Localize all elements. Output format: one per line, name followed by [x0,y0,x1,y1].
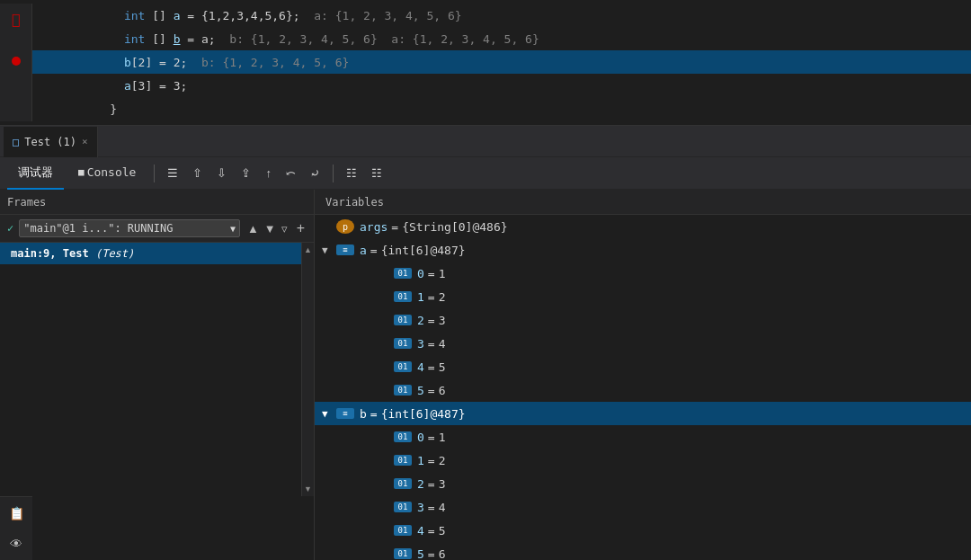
b0-equals: = [428,431,435,444]
b4-expand-arrow [379,525,394,537]
toolbar-btn-step-out[interactable]: ⇪ [236,163,256,183]
a3-value: 4 [439,337,446,351]
b0-expand-arrow [379,431,394,443]
b0-type-badge: 01 [394,431,412,442]
var-item-args[interactable]: p args = {String[0]@486} [315,215,971,238]
test-tab[interactable]: □ Test (1) × [4,126,98,157]
thread-dropdown-arrow: ▼ [230,224,236,234]
eye-icon-btn[interactable]: 👁 [4,531,29,556]
args-value: {String[0]@486} [402,220,507,234]
var-item-a-2[interactable]: 01 2 = 3 [315,308,971,332]
scroll-up-btn[interactable]: ▲ [304,243,313,257]
action-icon-bar: 📋 👁 [0,496,32,560]
b4-equals: = [428,524,435,538]
a3-expand-arrow [379,338,394,350]
debugger-label: 调试器 [18,164,53,181]
a-value: {int[6]@487} [381,244,466,257]
code-line-5: } [32,97,971,120]
a0-type-badge: 01 [394,268,412,279]
a2-value: 3 [439,314,446,327]
toolbar-btn-step-into[interactable]: ⇩ [211,163,232,183]
var-item-a-5[interactable]: 01 5 = 6 [315,378,971,402]
toolbar-btn-stop[interactable]: ⤾ [305,163,325,183]
a1-type-badge: 01 [394,291,412,302]
frames-panel: Frames ✓ "main"@1 i...": RUNNING ▼ ▲ ▼ ▿… [0,190,315,560]
thread-filter-btn[interactable]: ▿ [280,220,290,237]
var-item-b-0[interactable]: 01 0 = 1 [315,425,971,449]
thread-up-btn[interactable]: ▲ [245,220,261,237]
a5-name: 5 [417,384,424,397]
toolbar-btn-table[interactable]: ☷ [341,163,362,183]
toolbar-btn-step-over[interactable]: ⇧ [187,163,208,183]
code-line-content-5: } [32,89,971,127]
var-item-b-4[interactable]: 01 4 = 5 [315,519,971,542]
toolbar-btn-rerun[interactable]: ⤺ [281,163,301,183]
b-equals: = [370,407,378,421]
scroll-down-btn[interactable]: ▼ [304,482,313,496]
debugger-toolbar: 调试器 ■ Console ☰ ⇧ ⇩ ⇪ ↑ ⤺ ⤾ ☷ ☷ [0,157,971,190]
b5-expand-arrow [379,548,394,560]
copy-icon-btn[interactable]: 📋 [4,501,29,526]
b3-expand-arrow [379,502,394,513]
b1-equals: = [428,454,435,467]
a3-name: 3 [417,337,424,351]
add-frame-btn[interactable]: + [295,218,307,238]
var-item-a[interactable]: ▼ ≡ a = {int[6]@487} [315,238,971,262]
a2-equals: = [428,314,435,327]
b3-value: 4 [439,501,446,514]
b2-equals: = [428,477,435,491]
a4-equals: = [428,360,435,374]
tab-debugger[interactable]: 调试器 [7,157,64,190]
var-item-b-5[interactable]: 01 5 = 6 [315,542,971,560]
thread-selector: ✓ "main"@1 i...": RUNNING ▼ ▲ ▼ ▿ + [0,215,314,243]
var-item-b-2[interactable]: 01 2 = 3 [315,472,971,495]
var-item-a-4[interactable]: 01 4 = 5 [315,355,971,378]
b1-name: 1 [417,454,424,467]
var-item-b[interactable]: ▼ ≡ b = {int[6]@487} [315,402,971,425]
a5-type-badge: 01 [394,385,412,396]
var-item-a-1[interactable]: 01 1 = 2 [315,285,971,308]
thread-check-icon: ✓ [7,222,13,235]
breakpoint-dot [12,57,21,66]
frames-main: main:9, Test (Test) ▲ ▼ [0,243,314,496]
b5-equals: = [428,547,435,561]
toolbar-btn-menu[interactable]: ☰ [162,163,183,183]
b-value: {int[6]@487} [381,407,466,421]
var-item-a-0[interactable]: 01 0 = 1 [315,262,971,285]
b-name: b [360,407,367,421]
a3-type-badge: 01 [394,338,412,349]
thread-dropdown[interactable]: "main"@1 i...": RUNNING ▼ [19,219,240,237]
var-item-a-3[interactable]: 01 3 = 4 [315,332,971,355]
toolbar-btn-resume[interactable]: ↑ [260,163,277,183]
tab-console[interactable]: ■ Console [67,157,147,190]
b1-value: 2 [439,454,446,467]
b2-expand-arrow [379,478,394,490]
a-equals: = [370,244,378,257]
var-item-b-3[interactable]: 01 3 = 4 [315,495,971,519]
toolbar-btn-settings[interactable]: ☷ [366,163,388,183]
debug-panel: Frames ✓ "main"@1 i...": RUNNING ▼ ▲ ▼ ▿… [0,190,971,560]
b5-type-badge: 01 [394,548,412,559]
a4-type-badge: 01 [394,361,412,372]
toolbar-separator-1 [154,164,155,182]
b3-name: 3 [417,501,424,514]
apple-icon:  [12,11,21,28]
a0-value: 1 [439,267,446,280]
tab-close-icon[interactable]: × [82,136,88,147]
a4-name: 4 [417,360,424,374]
a0-equals: = [428,267,435,280]
thread-down-btn[interactable]: ▼ [263,220,278,237]
a4-expand-arrow [379,361,394,373]
b4-type-badge: 01 [394,525,412,536]
variables-header: Variables [315,190,971,215]
thread-nav-buttons: ▲ ▼ ▿ [245,220,290,237]
var-item-b-1[interactable]: 01 1 = 2 [315,449,971,472]
a5-expand-arrow [379,385,394,396]
frames-content: main:9, Test (Test) [0,243,301,496]
b1-expand-arrow [379,455,394,467]
b4-name: 4 [417,524,424,538]
frame-item-main[interactable]: main:9, Test (Test) [0,243,301,264]
variables-panel: Variables p args = {String[0]@486} ▼ ≡ a… [315,190,971,560]
b2-value: 3 [439,477,446,491]
args-expand-arrow [322,221,336,233]
